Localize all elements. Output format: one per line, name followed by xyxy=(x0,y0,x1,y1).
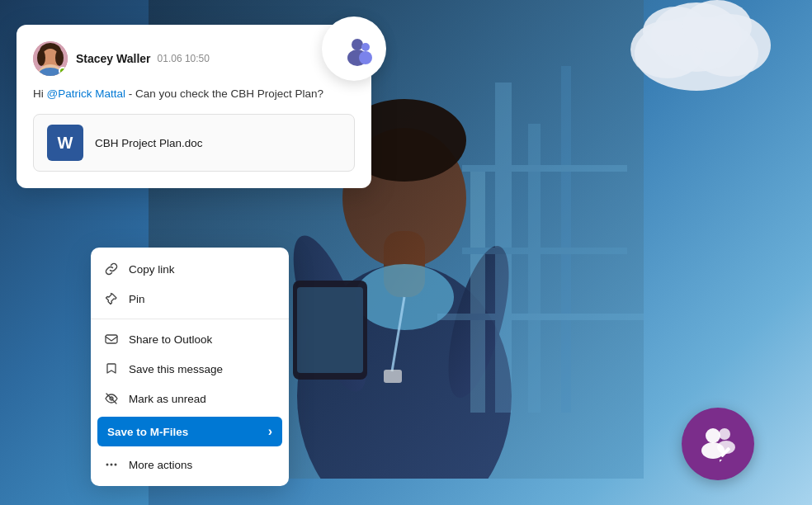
menu-label-pin: Pin xyxy=(129,293,145,305)
menu-label-share-outlook: Share to Outlook xyxy=(129,333,212,346)
svg-rect-15 xyxy=(561,66,571,413)
menu-label-save-message: Save this message xyxy=(129,363,223,375)
file-name: CBH Project Plan.doc xyxy=(95,137,203,149)
svg-point-33 xyxy=(37,50,45,66)
pin-icon xyxy=(104,291,119,306)
menu-item-pin[interactable]: Pin xyxy=(91,284,289,314)
svg-rect-17 xyxy=(462,248,627,254)
sender-name: Stacey Waller xyxy=(76,52,151,65)
message-mention: @Patrick Mattal xyxy=(47,87,125,100)
svg-point-28 xyxy=(361,43,370,51)
svg-rect-16 xyxy=(462,165,627,172)
message-time: 01.06 10:50 xyxy=(158,53,210,64)
message-card: Stacey Waller 01.06 10:50 Hi @Patrick Ma… xyxy=(17,25,371,188)
menu-item-copy-link[interactable]: Copy link xyxy=(91,254,289,284)
svg-point-29 xyxy=(359,51,372,64)
message-prefix: Hi xyxy=(33,87,47,100)
svg-rect-18 xyxy=(437,314,644,320)
menu-label-copy-link: Copy link xyxy=(129,263,175,276)
svg-marker-47 xyxy=(720,460,722,462)
people-management-circle[interactable] xyxy=(682,408,754,480)
menu-item-save-message[interactable]: Save this message xyxy=(91,354,289,384)
dots-icon xyxy=(104,457,119,472)
cloud-decoration xyxy=(622,0,771,91)
online-indicator xyxy=(59,67,67,75)
svg-point-26 xyxy=(352,39,363,50)
svg-point-39 xyxy=(106,464,109,466)
message-body: Hi @Patrick Mattal - Can you check the C… xyxy=(33,86,355,102)
sender-info: Stacey Waller 01.06 10:50 xyxy=(76,52,210,65)
menu-divider-1 xyxy=(91,319,289,319)
sender-name-row: Stacey Waller 01.06 10:50 xyxy=(76,52,210,65)
menu-item-share-outlook[interactable]: Share to Outlook xyxy=(91,324,289,354)
menu-item-more-actions[interactable]: More actions xyxy=(91,450,289,479)
svg-point-41 xyxy=(115,464,117,466)
email-icon xyxy=(104,332,119,347)
word-icon: W xyxy=(47,125,83,161)
link-icon xyxy=(104,262,119,276)
arrow-icon: › xyxy=(268,424,272,439)
svg-point-24 xyxy=(682,0,752,53)
people-management-icon xyxy=(695,421,741,467)
cloud-svg xyxy=(622,0,771,91)
teams-logo-bubble xyxy=(322,17,386,81)
context-menu: Copy link Pin Share to Outlook Save this… xyxy=(91,248,289,486)
svg-point-34 xyxy=(55,50,64,66)
menu-label-save-mfiles: Save to M-Files xyxy=(107,426,188,438)
file-attachment[interactable]: W CBH Project Plan.doc xyxy=(33,114,355,172)
svg-point-42 xyxy=(706,428,720,443)
svg-rect-14 xyxy=(470,165,485,413)
svg-rect-37 xyxy=(106,335,117,343)
svg-point-40 xyxy=(111,464,113,466)
menu-item-save-mfiles[interactable]: Save to M-Files › xyxy=(97,417,282,446)
menu-item-mark-unread[interactable]: Mark as unread xyxy=(91,384,289,413)
teams-icon xyxy=(335,30,373,68)
sender-avatar xyxy=(33,41,68,76)
message-header: Stacey Waller 01.06 10:50 xyxy=(33,41,355,76)
message-suffix: - Can you check the CBH Project Plan? xyxy=(125,87,323,100)
bookmark-icon xyxy=(104,361,119,376)
eye-off-icon xyxy=(104,391,119,406)
svg-point-44 xyxy=(719,428,730,440)
menu-label-more-actions: More actions xyxy=(129,459,192,471)
menu-label-mark-unread: Mark as unread xyxy=(129,393,206,405)
